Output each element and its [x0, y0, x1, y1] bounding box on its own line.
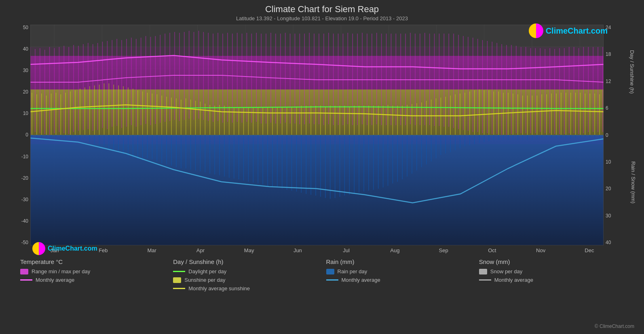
legend-label-temp-avg: Monthly average — [36, 277, 74, 283]
month-apr: Apr — [176, 247, 225, 253]
x-axis-labels: Jan Feb Mar Apr May Jun Jul Aug Sep Oct … — [8, 245, 636, 253]
legend-line-rain-avg — [326, 279, 338, 281]
legend-item-rain-avg: Monthly average — [326, 277, 471, 283]
legend-col-rain: Rain (mm) Rain per day Monthly average — [322, 258, 475, 294]
legend-item-temp-avg: Monthly average — [20, 277, 165, 283]
y-label-40: 40 — [23, 46, 28, 52]
month-dec: Dec — [565, 247, 614, 253]
climechart-logo-bottom: ClimeChart.com — [32, 242, 97, 255]
month-jul: Jul — [322, 247, 371, 253]
month-aug: Aug — [371, 247, 419, 253]
legend-label-daylight: Daylight per day — [188, 268, 226, 274]
chart-subtitle: Latitude 13.392 - Longitude 103.821 - El… — [8, 15, 636, 21]
legend-title-sunshine: Day / Sunshine (h) — [173, 258, 318, 265]
legend-label-temp-range: Range min / max per day — [32, 268, 90, 274]
y-axis-left: Temperature °C 50 40 30 20 10 0 -10 -20 … — [8, 25, 30, 245]
month-sep: Sep — [419, 247, 468, 253]
y-label-20: 20 — [23, 89, 28, 95]
y-axis-right-top-title: Day / Sunshine (h) — [629, 50, 636, 94]
main-container: Climate Chart for Siem Reap Latitude 13.… — [0, 0, 644, 334]
y-right-label-20: 20 — [606, 186, 611, 191]
y-label-neg50: -50 — [21, 240, 28, 245]
y-label-neg20: -20 — [21, 175, 28, 181]
legend-label-rain-avg: Monthly average — [342, 277, 380, 283]
y-right-label-40: 40 — [606, 240, 611, 245]
y-right-label-12: 12 — [606, 79, 611, 84]
legend-swatch-snow — [479, 269, 487, 274]
legend-item-snow-avg: Monthly average — [479, 277, 624, 283]
chart-plot — [30, 25, 604, 245]
month-nov: Nov — [517, 247, 565, 253]
month-mar: Mar — [128, 247, 176, 253]
month-jun: Jun — [273, 247, 322, 253]
legend-line-sunshine-avg — [173, 288, 185, 289]
legend-label-sunshine: Sunshine per day — [184, 277, 225, 283]
y-label-neg40: -40 — [21, 218, 28, 224]
legend-col-snow: Snow (mm) Snow per day Monthly average — [475, 258, 628, 294]
legend-title-rain: Rain (mm) — [326, 258, 471, 265]
chart-title: Climate Chart for Siem Reap — [8, 4, 636, 15]
y-right-label-6: 6 — [606, 105, 608, 111]
legend-item-daylight: Daylight per day — [173, 268, 318, 274]
logo-circle-bottom — [32, 242, 45, 255]
legend-title-snow: Snow (mm) — [479, 258, 624, 265]
y-axis-right: Day / Sunshine (h) Rain / Snow (mm) 24 1… — [604, 25, 636, 245]
logo-text-top: ClimeChart.com — [546, 26, 608, 36]
y-label-10: 10 — [23, 111, 28, 116]
y-label-30: 30 — [23, 68, 28, 73]
legend-title-temperature: Temperature °C — [20, 258, 165, 265]
legend-area: Temperature °C Range min / max per day M… — [8, 253, 636, 294]
y-label-50: 50 — [23, 25, 28, 30]
legend-item-snow-perday: Snow per day — [479, 268, 624, 274]
legend-item-sunshine: Sunshine per day — [173, 277, 318, 283]
month-oct: Oct — [468, 247, 516, 253]
legend-item-temp-range: Range min / max per day — [20, 268, 165, 274]
legend-label-sunshine-avg: Monthly average sunshine — [188, 285, 250, 291]
legend-swatch-sunshine — [173, 277, 181, 283]
legend-swatch-temp-range — [20, 269, 28, 274]
copyright: © ClimeChart.com — [595, 323, 634, 329]
chart-area: Temperature °C 50 40 30 20 10 0 -10 -20 … — [8, 25, 636, 245]
month-may: May — [225, 247, 273, 253]
legend-line-daylight — [173, 271, 185, 272]
y-right-label-10: 10 — [606, 159, 611, 165]
y-right-label-0: 0 — [606, 132, 608, 138]
legend-line-snow-avg — [479, 279, 491, 281]
legend-col-temperature: Temperature °C Range min / max per day M… — [16, 258, 169, 294]
y-label-0: 0 — [25, 132, 28, 138]
legend-line-temp-avg — [20, 279, 32, 281]
y-axis-right-bottom-title: Rain / Snow (mm) — [630, 161, 636, 203]
climechart-logo-top: ClimeChart.com — [529, 23, 608, 38]
chart-svg — [30, 25, 604, 245]
legend-item-rain-perday: Rain per day — [326, 268, 471, 274]
legend-label-snow-perday: Snow per day — [490, 268, 523, 274]
legend-swatch-rain — [326, 269, 334, 274]
y-label-neg10: -10 — [21, 154, 28, 160]
logo-circle-top — [529, 23, 543, 38]
legend-label-rain-perday: Rain per day — [338, 268, 367, 274]
y-right-label-18: 18 — [606, 51, 611, 57]
legend-label-snow-avg: Monthly average — [494, 277, 533, 283]
legend-item-sunshine-avg: Monthly average sunshine — [173, 285, 318, 291]
logo-text-bottom: ClimeChart.com — [48, 245, 97, 252]
y-right-label-30: 30 — [606, 213, 611, 219]
legend-col-sunshine: Day / Sunshine (h) Daylight per day Suns… — [169, 258, 322, 294]
y-label-neg30: -30 — [21, 197, 28, 202]
